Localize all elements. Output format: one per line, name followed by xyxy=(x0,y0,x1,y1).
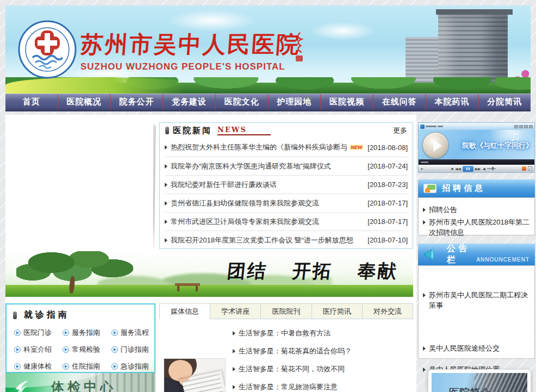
circle-arrow-icon xyxy=(14,346,21,353)
arrow-bullet-icon xyxy=(165,201,167,206)
announcement-item[interactable]: 吴中人民医院途经公交 xyxy=(423,343,530,353)
recruit-title: 招聘信息 xyxy=(442,183,485,194)
recruit-list-box: 招聘公告 苏州市吴中人民医院2018年第二次招聘信息 xyxy=(418,197,535,235)
player-controls: ▾ ■ ◀◀ ▶▶ ◀ ✓ xyxy=(419,165,534,172)
info-tabs-section: 媒体信息学术讲座医院院刊医疗简讯对外交流 生活智多星：中暑自救有方法 生活智多星… xyxy=(159,303,413,392)
site-header: 苏州市吴中人民医院 SUZHOU WUZHONG PEOPLE'S HOSPIT… xyxy=(5,5,531,94)
announcement-section-header: 公告栏 ANNOUNCEMENT xyxy=(418,244,535,265)
guide-item-link[interactable]: 健康体检 xyxy=(8,358,56,375)
pause-button[interactable] xyxy=(463,166,473,172)
intro-title: 医院简介 xyxy=(449,386,490,392)
slogan-word: 团结 xyxy=(226,259,269,284)
guide-item-link[interactable]: 门诊指南 xyxy=(105,341,153,358)
tab[interactable]: 学术讲座 xyxy=(210,303,261,319)
guide-item-link[interactable]: 科室介绍 xyxy=(8,341,56,358)
maximize-icon[interactable] xyxy=(524,125,528,128)
media-article-link[interactable]: 生活智多星：菊花不同，功效不同 xyxy=(239,364,345,374)
news-item-link[interactable]: 常州市武进区卫计局领导专家前来我院参观交流 xyxy=(171,217,319,227)
media-article-link[interactable]: 生活智多星：中暑自救有方法 xyxy=(239,328,331,338)
menu-window-icon[interactable] xyxy=(514,125,518,128)
hospital-intro-card[interactable]: 医院简介 xyxy=(428,369,531,392)
circle-arrow-icon xyxy=(63,329,69,336)
announcement-item-link[interactable]: 苏州市吴中人民医院二期工程决策事 xyxy=(429,290,530,310)
arrow-bullet-icon xyxy=(423,346,426,351)
stop-icon[interactable]: ■ xyxy=(451,167,453,171)
arrow-bullet-icon xyxy=(423,368,426,372)
video-player: ♫ ♪ 院歌《与红十字同行》 ▾ ■ ◀◀ ▶▶ ◀ ✓ xyxy=(418,122,535,173)
arrow-bullet-icon xyxy=(423,208,426,212)
photo-slideshow-placeholder[interactable] xyxy=(7,121,152,249)
news-item-link[interactable]: 热烈祝贺大外科主任陈革华主编的《新编外科疾病诊断与治 xyxy=(171,142,347,152)
tab[interactable]: 媒体信息 xyxy=(159,303,210,319)
news-item-link[interactable]: 我院召开2018年度第三次党委工作会议 暨“进一步解放思想 xyxy=(171,235,353,245)
nav-item[interactable]: 党务建设 xyxy=(163,94,215,110)
cloud-decoration xyxy=(310,22,375,40)
guide-item-label: 门诊指南 xyxy=(121,345,149,354)
news-title: 医院新闻 xyxy=(173,126,212,136)
nav-item[interactable]: 分院简讯 xyxy=(478,94,531,110)
new-badge: NEW xyxy=(350,145,363,150)
news-item-link[interactable]: 我院纪委对新任干部进行廉政谈话 xyxy=(171,180,277,190)
recruit-item-link[interactable]: 招聘公告 xyxy=(429,204,457,215)
exam-center-banner[interactable]: 体检中心 xyxy=(5,373,155,392)
guide-item-label: 医院门诊 xyxy=(23,328,52,338)
close-icon[interactable] xyxy=(529,125,533,128)
news-item-link[interactable]: 贵州省德江县妇幼保健院领导前来我院参观交流 xyxy=(171,198,319,208)
player-extra-controls: ✓ xyxy=(522,166,532,171)
nav-item[interactable]: 医院文化 xyxy=(215,94,268,110)
guide-item-link[interactable]: 急诊指南 xyxy=(105,358,153,375)
announcement-item[interactable]: 苏州市吴中人民医院二期工程决策事 xyxy=(423,290,530,310)
grass-decoration xyxy=(5,77,185,94)
news-row: 常州市武进区卫计局领导专家前来我院参观交流 [2018-07-17] xyxy=(165,212,408,231)
tab[interactable]: 对外交流 xyxy=(363,303,413,319)
minimize-icon[interactable] xyxy=(519,125,523,128)
guide-item-label: 住院指南 xyxy=(72,362,100,371)
slogan-word: 开拓 xyxy=(291,259,334,284)
news-item-link[interactable]: 我院举办“南京医科大学医患沟通研究基地”揭牌仪式 xyxy=(171,161,331,171)
player-progress-bar[interactable] xyxy=(419,159,534,165)
nav-item[interactable]: 本院药讯 xyxy=(426,94,478,110)
guide-item-link[interactable]: 服务指南 xyxy=(56,324,104,341)
megaphone-icon xyxy=(423,246,438,263)
guide-item-link[interactable]: 医院门诊 xyxy=(8,324,56,341)
guide-item-label: 服务流程 xyxy=(121,328,149,338)
play-button[interactable] xyxy=(422,132,448,158)
media-article-link[interactable]: 生活智多星：菊花茶真的适合你吗？ xyxy=(239,346,352,356)
media-article-link[interactable]: 生活智多星：常见旅游病要注意 xyxy=(239,382,338,392)
volume-knob[interactable] xyxy=(492,167,494,170)
recruit-item-link[interactable]: 苏州市吴中人民医院2018年第二次招聘信息 xyxy=(429,217,530,238)
media-article-row: 生活智多星：菊花茶真的适合你吗？ xyxy=(233,342,413,360)
guide-item-link[interactable]: 住院指南 xyxy=(56,358,104,375)
volume-slider[interactable] xyxy=(487,168,496,169)
media-article-thumbnail[interactable] xyxy=(164,358,226,392)
hospital-logo xyxy=(17,20,77,79)
previous-icon[interactable]: ◀◀ xyxy=(455,167,461,171)
news-more-link[interactable]: 更多 xyxy=(393,126,407,135)
record-icon[interactable] xyxy=(522,166,526,171)
arrow-bullet-icon xyxy=(423,293,426,297)
nav-item[interactable]: 护理园地 xyxy=(268,94,321,110)
circle-arrow-icon xyxy=(14,363,21,370)
player-caption: 院歌《与红十字同行》 xyxy=(462,141,533,151)
media-article-row: 生活智多星：菊花不同，功效不同 xyxy=(233,360,413,378)
guide-item-link[interactable]: 服务流程 xyxy=(105,324,153,341)
announcement-list-box: 苏州市吴中人民医院二期工程决策事 吴中人民医院途经公交 吴中人民医院地理位置 xyxy=(418,265,535,359)
speaker-icon[interactable]: ◀ xyxy=(482,167,485,171)
guide-item-link[interactable]: 常规检验 xyxy=(56,341,104,358)
exam-center-logo-icon xyxy=(12,376,30,392)
announcement-item-link[interactable]: 吴中人民医院途经公交 xyxy=(429,343,500,353)
nav-item[interactable]: 在线问答 xyxy=(373,94,426,110)
player-file-text xyxy=(438,126,443,127)
tab[interactable]: 医院院刊 xyxy=(261,303,311,319)
recruit-item[interactable]: 招聘公告 xyxy=(423,204,530,215)
nav-item[interactable]: 院务公开 xyxy=(110,94,163,110)
recruit-item[interactable]: 苏州市吴中人民医院2018年第二次招聘信息 xyxy=(423,217,530,238)
nav-item[interactable]: 医院视频 xyxy=(320,94,373,110)
next-icon[interactable]: ▶▶ xyxy=(475,167,481,171)
playlist-toggle-icon[interactable]: ▾ xyxy=(421,167,423,171)
nav-item[interactable]: 首页 xyxy=(5,94,58,110)
nav-item[interactable]: 医院概况 xyxy=(58,94,110,110)
news-row: 我院纪委对新任干部进行廉政谈话 [2018-07-23] xyxy=(165,175,408,194)
settings-check-icon[interactable]: ✓ xyxy=(528,166,532,171)
tab[interactable]: 医疗简讯 xyxy=(312,303,363,319)
